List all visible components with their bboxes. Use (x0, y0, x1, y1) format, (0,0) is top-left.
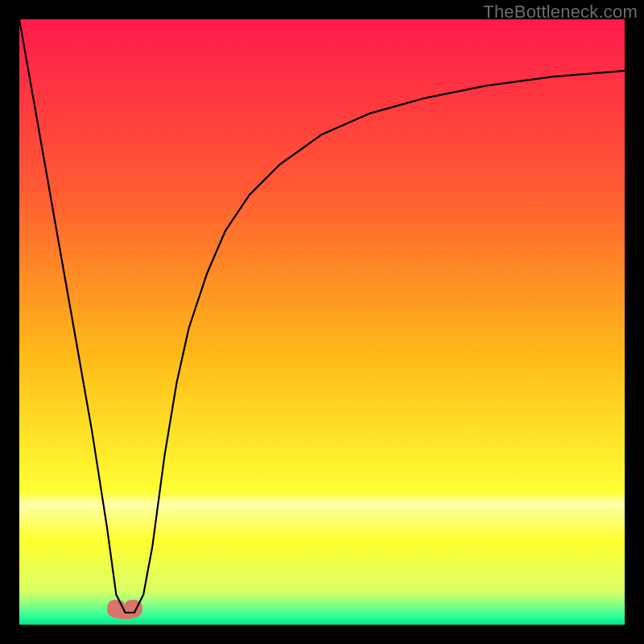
bottleneck-curve (19, 19, 625, 613)
trough-marker (107, 600, 142, 619)
plot-area (19, 19, 625, 625)
chart-frame (19, 19, 625, 625)
curve-layer (19, 19, 625, 625)
watermark-text: TheBottleneck.com (483, 2, 638, 23)
